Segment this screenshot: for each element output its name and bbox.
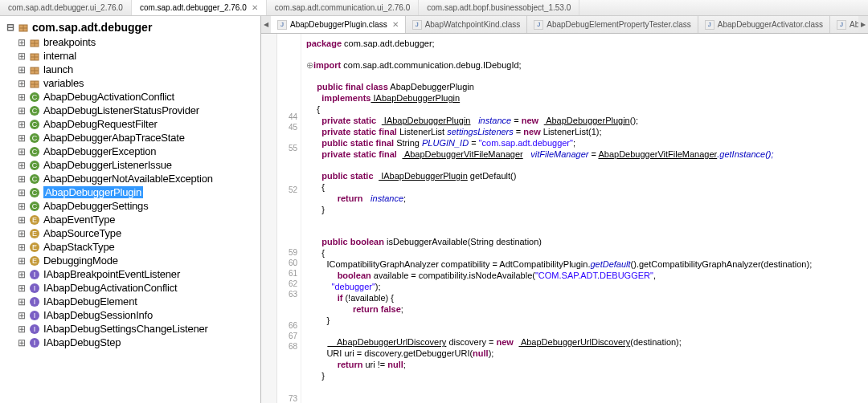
expand-icon[interactable]: ⊞ bbox=[18, 132, 26, 144]
classfile-icon: J bbox=[705, 20, 714, 30]
tree-item[interactable]: ⊞EAbapEventType bbox=[16, 213, 260, 226]
expand-icon[interactable]: ⊞ bbox=[18, 269, 26, 280]
expand-icon[interactable]: ⊞ bbox=[18, 228, 26, 239]
expand-icon[interactable]: ⊞ bbox=[18, 283, 26, 294]
tree-item-label: internal bbox=[43, 50, 76, 62]
tree-item-label: IAbapDebugSettingsChangeListener bbox=[43, 323, 208, 335]
class-icon: C bbox=[29, 187, 40, 198]
close-icon[interactable]: ✕ bbox=[392, 20, 399, 29]
tree-item-label: AbapDebuggerListenerIssue bbox=[43, 159, 172, 171]
tree-item[interactable]: ⊞internal bbox=[16, 49, 260, 63]
tree-item[interactable]: ⊞variables bbox=[16, 76, 260, 90]
tree-item[interactable]: ⊞IIAbapDebugActivationConflict bbox=[16, 281, 260, 295]
expand-icon[interactable]: ⊞ bbox=[18, 119, 26, 130]
svg-text:E: E bbox=[32, 257, 37, 265]
tree-item-label: AbapEventType bbox=[43, 214, 115, 226]
svg-text:C: C bbox=[32, 161, 38, 169]
source-editor[interactable]: package com.sap.adt.debugger; ⊕import co… bbox=[301, 34, 868, 403]
tree-item-label: AbapDebuggerNotAvailableException bbox=[43, 173, 213, 185]
tree-item-label: AbapDebuggerAbapTraceState bbox=[43, 132, 185, 144]
tree-item[interactable]: ⊞CAbapDebuggerNotAvailableException bbox=[16, 172, 260, 185]
tree-item-label: IAbapDebugStep bbox=[43, 336, 121, 348]
package-explorer[interactable]: ⊟ com.sap.adt.debugger ⊞breakpoints⊞inte… bbox=[0, 16, 261, 403]
expand-icon[interactable]: ⊞ bbox=[18, 201, 26, 212]
package-icon bbox=[29, 37, 40, 48]
expand-icon[interactable]: ⊞ bbox=[18, 51, 26, 62]
editor-tab-bar: ◀ JAbapDebuggerPlugin.class✕JAbapWatchpo… bbox=[261, 16, 868, 34]
tree-item[interactable]: ⊞CAbapDebugRequestFilter bbox=[16, 117, 260, 131]
tree-item[interactable]: ⊞CAbapDebuggerPlugin bbox=[16, 185, 260, 199]
tree-item[interactable]: ⊞EDebuggingMode bbox=[16, 254, 260, 267]
tree-item[interactable]: ⊞CAbapDebuggerListenerIssue bbox=[16, 158, 260, 172]
interface-icon: I bbox=[29, 283, 40, 294]
tree-item[interactable]: ⊞IIAbapDebugSettingsChangeListener bbox=[16, 322, 260, 336]
tree-item-label: IAbapDebugElement bbox=[43, 295, 137, 307]
tree-item-label: AbapDebugListenerStatusProvider bbox=[43, 104, 199, 116]
expand-icon[interactable]: ⊞ bbox=[18, 324, 26, 335]
svg-text:I: I bbox=[34, 325, 35, 333]
expand-icon[interactable]: ⊞ bbox=[18, 187, 26, 198]
editor-tab[interactable]: JAbapDebuggerActivator.class bbox=[698, 16, 830, 33]
interface-icon: I bbox=[29, 296, 40, 307]
tree-item[interactable]: ⊞CAbapDebugListenerStatusProvider bbox=[16, 104, 260, 117]
package-icon bbox=[29, 64, 40, 75]
classfile-icon: J bbox=[277, 20, 287, 30]
tree-item[interactable]: ⊞IIAbapDebugElement bbox=[16, 295, 260, 308]
expand-icon[interactable]: ⊞ bbox=[18, 242, 26, 253]
tree-item[interactable]: ⊞CAbapDebugActivationConflict bbox=[16, 90, 260, 104]
svg-text:I: I bbox=[34, 311, 35, 320]
tree-item[interactable]: ⊞EAbapSourceType bbox=[16, 226, 260, 240]
expand-icon[interactable]: ⊞ bbox=[18, 105, 26, 116]
tree-item[interactable]: ⊞IIAbapDebugSessionInfo bbox=[16, 308, 260, 322]
package-icon bbox=[18, 22, 29, 33]
expand-icon[interactable]: ⊞ bbox=[18, 146, 26, 157]
svg-text:C: C bbox=[32, 175, 38, 183]
editor-tab-label: AbapDebugElementPropertyTester.class bbox=[547, 20, 691, 29]
svg-text:I: I bbox=[34, 339, 35, 347]
svg-text:I: I bbox=[34, 298, 35, 306]
project-tab[interactable]: com.sap.adt.communication.ui_2.76.0 bbox=[267, 0, 419, 15]
classfile-icon: J bbox=[534, 20, 543, 30]
tree-item[interactable]: ⊞CAbapDebuggerException bbox=[16, 145, 260, 158]
expand-icon[interactable]: ⊞ bbox=[18, 37, 26, 48]
expand-icon[interactable]: ⊞ bbox=[18, 78, 26, 89]
project-tab[interactable]: com.sap.adt.debugger.ui_2.76.0 bbox=[0, 0, 132, 15]
expand-icon[interactable]: ⊞ bbox=[18, 255, 26, 267]
interface-icon: I bbox=[29, 324, 40, 335]
tabs-scroll-left[interactable]: ◀ bbox=[261, 16, 271, 33]
expand-icon[interactable]: ⊞ bbox=[18, 173, 26, 185]
svg-text:I: I bbox=[34, 271, 35, 279]
expand-icon[interactable]: ⊞ bbox=[18, 337, 26, 348]
tree-item[interactable]: ⊞CAbapDebuggerAbapTraceState bbox=[16, 131, 260, 145]
collapse-icon[interactable]: ⊟ bbox=[6, 22, 14, 33]
editor-tab[interactable]: JAbapWatchpointKind.class bbox=[406, 16, 528, 33]
tree-item[interactable]: ⊞EAbapStackType bbox=[16, 240, 260, 254]
svg-text:C: C bbox=[32, 93, 38, 101]
close-icon[interactable]: ✕ bbox=[252, 3, 258, 12]
tree-item[interactable]: ⊞CAbapDebuggerSettings bbox=[16, 199, 260, 213]
tree-item-label: DebuggingMode bbox=[43, 254, 118, 267]
editor-tab-label: AbapWatchpointKind.class bbox=[425, 20, 521, 29]
tree-item-label: AbapSourceType bbox=[43, 227, 121, 239]
project-tab[interactable]: com.sap.adt.debugger_2.76.0✕ bbox=[132, 0, 267, 15]
editor-tab[interactable]: JAbapDebugElementPropertyTester.class bbox=[527, 16, 698, 33]
expand-icon[interactable]: ⊞ bbox=[18, 64, 26, 75]
expand-icon[interactable]: ⊞ bbox=[18, 296, 26, 307]
package-root[interactable]: ⊟ com.sap.adt.debugger bbox=[5, 19, 260, 35]
expand-icon[interactable]: ⊞ bbox=[18, 92, 26, 103]
tree-item-label: AbapDebugActivationConflict bbox=[43, 91, 174, 103]
expand-icon[interactable]: ⊞ bbox=[18, 214, 26, 226]
classfile-icon: J bbox=[837, 20, 846, 30]
svg-text:E: E bbox=[32, 216, 37, 224]
tabs-scroll-right[interactable]: ▶ bbox=[858, 16, 868, 33]
tree-item[interactable]: ⊞breakpoints bbox=[16, 35, 260, 49]
tree-item[interactable]: ⊞launch bbox=[16, 63, 260, 76]
expand-icon[interactable]: ⊞ bbox=[18, 310, 26, 321]
tree-item[interactable]: ⊞IIAbapBreakpointEventListener bbox=[16, 267, 260, 281]
tree-item[interactable]: ⊞IIAbapDebugStep bbox=[16, 336, 260, 349]
interface-icon: I bbox=[29, 269, 40, 280]
editor-tab[interactable]: JAbapDebuggerTraceLocations.class bbox=[830, 16, 858, 33]
project-tab[interactable]: com.sap.adt.bopf.businessobject_1.53.0 bbox=[419, 0, 579, 15]
editor-tab[interactable]: JAbapDebuggerPlugin.class✕ bbox=[271, 16, 406, 33]
expand-icon[interactable]: ⊞ bbox=[18, 160, 26, 171]
